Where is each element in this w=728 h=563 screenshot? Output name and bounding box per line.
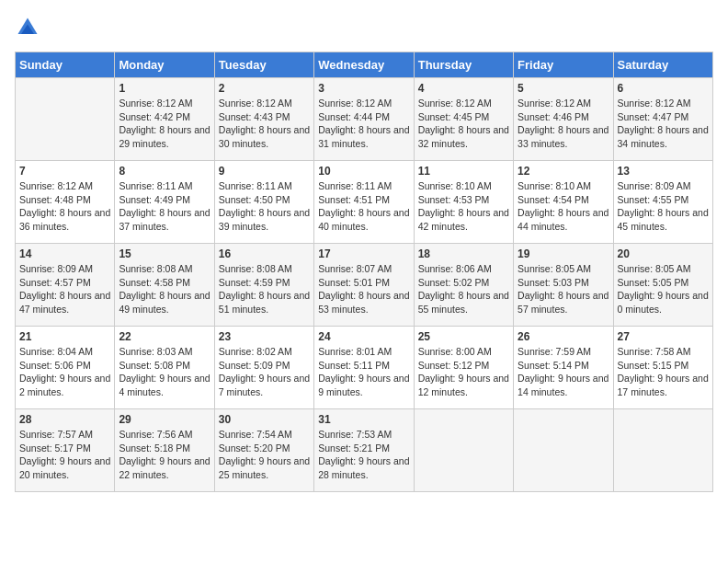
day-detail: Sunrise: 8:05 AM Sunset: 5:03 PM Dayligh… bbox=[518, 262, 609, 316]
calendar-header-row: SundayMondayTuesdayWednesdayThursdayFrid… bbox=[16, 52, 713, 78]
day-number: 2 bbox=[219, 82, 310, 95]
day-detail: Sunrise: 8:06 AM Sunset: 5:02 PM Dayligh… bbox=[418, 262, 509, 316]
day-number: 8 bbox=[119, 165, 210, 178]
calendar-cell: 26Sunrise: 7:59 AM Sunset: 5:14 PM Dayli… bbox=[514, 327, 613, 409]
day-number: 25 bbox=[418, 330, 509, 343]
day-detail: Sunrise: 7:56 AM Sunset: 5:18 PM Dayligh… bbox=[119, 428, 210, 482]
day-detail: Sunrise: 8:03 AM Sunset: 5:08 PM Dayligh… bbox=[119, 345, 210, 399]
day-number: 17 bbox=[318, 247, 409, 260]
calendar-week-row: 7Sunrise: 8:12 AM Sunset: 4:48 PM Daylig… bbox=[16, 161, 713, 244]
calendar-cell: 11Sunrise: 8:10 AM Sunset: 4:53 PM Dayli… bbox=[414, 161, 513, 244]
day-number: 6 bbox=[618, 82, 709, 95]
day-detail: Sunrise: 7:57 AM Sunset: 5:17 PM Dayligh… bbox=[19, 428, 110, 482]
calendar-week-row: 14Sunrise: 8:09 AM Sunset: 4:57 PM Dayli… bbox=[16, 244, 713, 327]
day-detail: Sunrise: 8:10 AM Sunset: 4:53 PM Dayligh… bbox=[418, 179, 509, 234]
day-detail: Sunrise: 8:11 AM Sunset: 4:49 PM Dayligh… bbox=[119, 179, 210, 234]
day-detail: Sunrise: 8:05 AM Sunset: 5:05 PM Dayligh… bbox=[618, 262, 709, 316]
day-detail: Sunrise: 8:12 AM Sunset: 4:48 PM Dayligh… bbox=[19, 179, 110, 234]
day-of-week-header: Saturday bbox=[613, 52, 712, 78]
calendar-cell: 12Sunrise: 8:10 AM Sunset: 4:54 PM Dayli… bbox=[514, 161, 613, 244]
calendar-cell: 15Sunrise: 8:08 AM Sunset: 4:58 PM Dayli… bbox=[115, 244, 214, 327]
calendar-cell: 27Sunrise: 7:58 AM Sunset: 5:15 PM Dayli… bbox=[613, 327, 712, 409]
calendar-table: SundayMondayTuesdayWednesdayThursdayFrid… bbox=[15, 52, 713, 492]
calendar-cell: 6Sunrise: 8:12 AM Sunset: 4:47 PM Daylig… bbox=[613, 78, 712, 161]
day-of-week-header: Monday bbox=[115, 52, 214, 78]
day-number: 13 bbox=[618, 165, 709, 178]
day-number: 10 bbox=[318, 165, 409, 178]
logo-icon bbox=[15, 15, 40, 40]
day-number: 11 bbox=[418, 165, 509, 178]
day-of-week-header: Thursday bbox=[414, 52, 513, 78]
calendar-cell: 5Sunrise: 8:12 AM Sunset: 4:46 PM Daylig… bbox=[514, 78, 613, 161]
day-detail: Sunrise: 8:09 AM Sunset: 4:57 PM Dayligh… bbox=[19, 262, 110, 316]
calendar-week-row: 28Sunrise: 7:57 AM Sunset: 5:17 PM Dayli… bbox=[16, 409, 713, 492]
day-of-week-header: Tuesday bbox=[214, 52, 313, 78]
calendar-cell: 19Sunrise: 8:05 AM Sunset: 5:03 PM Dayli… bbox=[514, 244, 613, 327]
calendar-week-row: 21Sunrise: 8:04 AM Sunset: 5:06 PM Dayli… bbox=[16, 327, 713, 409]
day-detail: Sunrise: 8:09 AM Sunset: 4:55 PM Dayligh… bbox=[618, 179, 709, 234]
day-detail: Sunrise: 8:12 AM Sunset: 4:47 PM Dayligh… bbox=[618, 97, 709, 151]
calendar-cell bbox=[16, 78, 115, 161]
header bbox=[15, 15, 713, 40]
day-detail: Sunrise: 8:12 AM Sunset: 4:44 PM Dayligh… bbox=[318, 97, 409, 151]
day-detail: Sunrise: 7:59 AM Sunset: 5:14 PM Dayligh… bbox=[518, 345, 609, 399]
calendar-cell: 24Sunrise: 8:01 AM Sunset: 5:11 PM Dayli… bbox=[314, 327, 414, 409]
day-detail: Sunrise: 8:11 AM Sunset: 4:50 PM Dayligh… bbox=[219, 179, 310, 234]
day-detail: Sunrise: 8:08 AM Sunset: 4:59 PM Dayligh… bbox=[219, 262, 310, 316]
day-of-week-header: Wednesday bbox=[314, 52, 414, 78]
calendar-cell: 28Sunrise: 7:57 AM Sunset: 5:17 PM Dayli… bbox=[16, 409, 115, 492]
day-number: 20 bbox=[618, 247, 709, 260]
day-of-week-header: Friday bbox=[514, 52, 613, 78]
day-number: 18 bbox=[418, 247, 509, 260]
calendar-cell: 14Sunrise: 8:09 AM Sunset: 4:57 PM Dayli… bbox=[16, 244, 115, 327]
day-detail: Sunrise: 8:11 AM Sunset: 4:51 PM Dayligh… bbox=[318, 179, 409, 234]
calendar-cell: 7Sunrise: 8:12 AM Sunset: 4:48 PM Daylig… bbox=[16, 161, 115, 244]
calendar-cell: 29Sunrise: 7:56 AM Sunset: 5:18 PM Dayli… bbox=[115, 409, 214, 492]
day-number: 21 bbox=[19, 330, 110, 343]
day-number: 31 bbox=[318, 413, 409, 426]
calendar-cell: 20Sunrise: 8:05 AM Sunset: 5:05 PM Dayli… bbox=[613, 244, 712, 327]
calendar-cell: 22Sunrise: 8:03 AM Sunset: 5:08 PM Dayli… bbox=[115, 327, 214, 409]
day-number: 5 bbox=[518, 82, 609, 95]
calendar-cell bbox=[613, 409, 712, 492]
calendar-cell: 18Sunrise: 8:06 AM Sunset: 5:02 PM Dayli… bbox=[414, 244, 513, 327]
day-number: 16 bbox=[219, 247, 310, 260]
day-number: 15 bbox=[119, 247, 210, 260]
day-detail: Sunrise: 7:58 AM Sunset: 5:15 PM Dayligh… bbox=[618, 345, 709, 399]
calendar-cell: 17Sunrise: 8:07 AM Sunset: 5:01 PM Dayli… bbox=[314, 244, 414, 327]
day-detail: Sunrise: 8:10 AM Sunset: 4:54 PM Dayligh… bbox=[518, 179, 609, 234]
calendar-cell bbox=[414, 409, 513, 492]
day-number: 26 bbox=[518, 330, 609, 343]
day-detail: Sunrise: 8:12 AM Sunset: 4:45 PM Dayligh… bbox=[418, 97, 509, 151]
logo bbox=[15, 15, 44, 40]
day-number: 9 bbox=[219, 165, 310, 178]
calendar-cell: 9Sunrise: 8:11 AM Sunset: 4:50 PM Daylig… bbox=[214, 161, 313, 244]
day-detail: Sunrise: 8:12 AM Sunset: 4:46 PM Dayligh… bbox=[518, 97, 609, 151]
day-detail: Sunrise: 8:04 AM Sunset: 5:06 PM Dayligh… bbox=[19, 345, 110, 399]
day-of-week-header: Sunday bbox=[16, 52, 115, 78]
calendar-cell: 2Sunrise: 8:12 AM Sunset: 4:43 PM Daylig… bbox=[214, 78, 313, 161]
day-detail: Sunrise: 8:08 AM Sunset: 4:58 PM Dayligh… bbox=[119, 262, 210, 316]
calendar-cell bbox=[514, 409, 613, 492]
calendar-cell: 3Sunrise: 8:12 AM Sunset: 4:44 PM Daylig… bbox=[314, 78, 414, 161]
calendar-cell: 1Sunrise: 8:12 AM Sunset: 4:42 PM Daylig… bbox=[115, 78, 214, 161]
day-number: 12 bbox=[518, 165, 609, 178]
calendar-cell: 23Sunrise: 8:02 AM Sunset: 5:09 PM Dayli… bbox=[214, 327, 313, 409]
calendar-cell: 21Sunrise: 8:04 AM Sunset: 5:06 PM Dayli… bbox=[16, 327, 115, 409]
day-detail: Sunrise: 7:54 AM Sunset: 5:20 PM Dayligh… bbox=[219, 428, 310, 482]
calendar-week-row: 1Sunrise: 8:12 AM Sunset: 4:42 PM Daylig… bbox=[16, 78, 713, 161]
day-detail: Sunrise: 8:12 AM Sunset: 4:43 PM Dayligh… bbox=[219, 97, 310, 151]
day-detail: Sunrise: 8:00 AM Sunset: 5:12 PM Dayligh… bbox=[418, 345, 509, 399]
calendar-cell: 13Sunrise: 8:09 AM Sunset: 4:55 PM Dayli… bbox=[613, 161, 712, 244]
day-number: 23 bbox=[219, 330, 310, 343]
day-detail: Sunrise: 8:01 AM Sunset: 5:11 PM Dayligh… bbox=[318, 345, 409, 399]
day-number: 29 bbox=[119, 413, 210, 426]
day-number: 7 bbox=[19, 165, 110, 178]
day-number: 30 bbox=[219, 413, 310, 426]
calendar-cell: 4Sunrise: 8:12 AM Sunset: 4:45 PM Daylig… bbox=[414, 78, 513, 161]
calendar-cell: 30Sunrise: 7:54 AM Sunset: 5:20 PM Dayli… bbox=[214, 409, 313, 492]
day-number: 4 bbox=[418, 82, 509, 95]
calendar-cell: 31Sunrise: 7:53 AM Sunset: 5:21 PM Dayli… bbox=[314, 409, 414, 492]
day-number: 3 bbox=[318, 82, 409, 95]
calendar-cell: 16Sunrise: 8:08 AM Sunset: 4:59 PM Dayli… bbox=[214, 244, 313, 327]
